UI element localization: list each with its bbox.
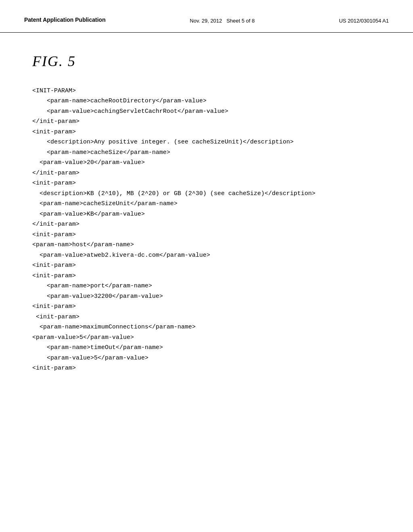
code-line: <init-param> (32, 230, 389, 240)
sheet-info: Sheet 5 of 8 (226, 18, 254, 24)
code-line: <param-value>atweb2.kivera-dc.com</param… (32, 250, 389, 261)
code-line: <init-param> (32, 312, 389, 322)
code-line: <param-value>20</param-value> (32, 158, 389, 168)
code-line: <init-param> (32, 271, 389, 281)
page: Patent Application Publication Nov. 29, … (0, 0, 413, 532)
code-line: </init-param> (32, 116, 389, 127)
publication-date: Nov. 29, 2012 (190, 18, 222, 24)
code-line: <init-param> (32, 363, 389, 374)
code-line: <param-value>5</param-value> (32, 332, 389, 343)
code-line: <description>Any positive integer. (see … (32, 137, 389, 148)
code-line: <param-name>cacheRootDirectory</param-va… (32, 96, 389, 106)
code-line: <init-param> (32, 260, 389, 271)
code-line: </init-param> (32, 168, 389, 179)
code-line: <param-name>port</param-name> (32, 281, 389, 291)
code-content: <INIT-PARAM> <param-name>cacheRootDirect… (0, 86, 413, 398)
publication-number: US 2012/0301054 A1 (339, 16, 389, 24)
code-line: <init-param> (32, 301, 389, 312)
code-line: <param-value>32200</param-value> (32, 291, 389, 302)
code-line: <param-value>KB</param-value> (32, 209, 389, 220)
code-line: <param-name>cacheSizeUnit</param-name> (32, 199, 389, 209)
page-header: Patent Application Publication Nov. 29, … (0, 0, 413, 33)
code-line: <param-nam>host</param-name> (32, 240, 389, 250)
code-line: <param-name>cacheSize</param-name> (32, 148, 389, 158)
publication-date-sheet: Nov. 29, 2012 Sheet 5 of 8 (190, 16, 255, 24)
code-line: <param-name>maximumConnections</param-na… (32, 322, 389, 332)
code-line: <INIT-PARAM> (32, 86, 389, 96)
publication-title: Patent Application Publication (24, 16, 106, 24)
code-line: <param-value>5</param-value> (32, 353, 389, 364)
code-line: <param-value>cachingServletCachrRoot</pa… (32, 106, 389, 117)
code-line: <init-param> (32, 178, 389, 189)
code-line: <description>KB (2^10), MB (2^20) or GB … (32, 189, 389, 199)
figure-title: FIG. 5 (0, 33, 413, 86)
code-line: </init-param> (32, 219, 389, 230)
code-line: <param-name>timeOut</param-name> (32, 343, 389, 353)
code-line: <init-param> (32, 127, 389, 137)
